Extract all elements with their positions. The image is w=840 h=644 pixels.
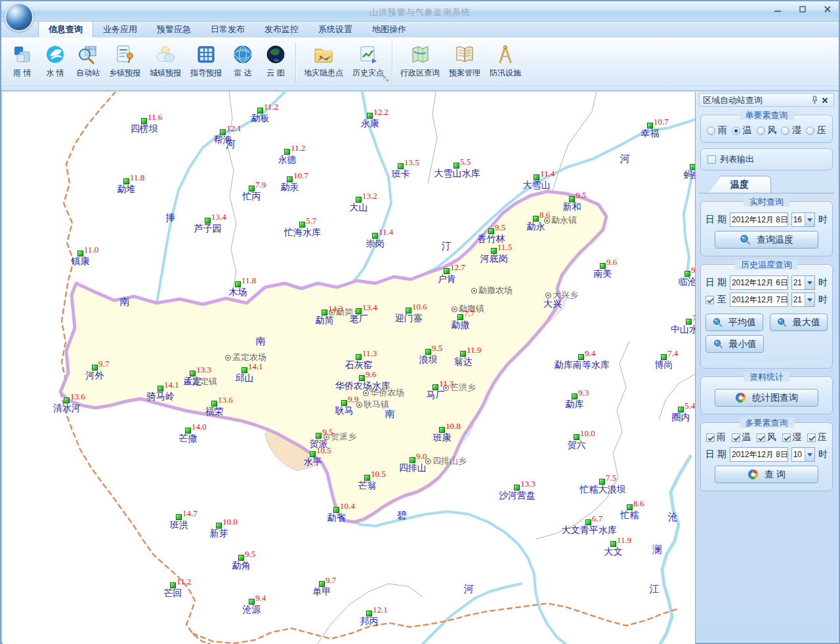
- township-forecast-button[interactable]: 乡镇预报: [104, 40, 145, 80]
- tab-business-app[interactable]: 业务应用: [93, 21, 147, 37]
- group-dialog-launcher-icon[interactable]: [383, 73, 389, 85]
- station-value: 13.6: [70, 392, 85, 402]
- checkbox[interactable]: [807, 433, 816, 442]
- radio-option[interactable]: 温: [732, 125, 752, 136]
- pie-chart-icon: [735, 392, 746, 403]
- query-panel: 区域自动站查询 单要素查询 雨温风湿压 列表输出 温度: [696, 92, 837, 641]
- checkbox[interactable]: [782, 433, 791, 442]
- station-value: 14.1: [164, 380, 179, 390]
- tool-label: 自动站: [76, 68, 100, 79]
- auto-station-button[interactable]: 自动站: [72, 40, 104, 80]
- tab-publish-monitor[interactable]: 发布监控: [255, 21, 308, 37]
- list-output-checkbox[interactable]: [707, 155, 716, 164]
- chevron-down-icon[interactable]: [805, 213, 814, 226]
- tab-info-query[interactable]: 信息查询: [38, 20, 93, 37]
- tab-map-operation[interactable]: 地图操作: [362, 21, 416, 37]
- multi-hour-select[interactable]: 10: [791, 447, 815, 462]
- radio-option[interactable]: 风: [757, 125, 777, 136]
- multi-date-select[interactable]: 2012年12月 8日: [730, 447, 788, 462]
- checkbox-option[interactable]: 湿: [782, 432, 802, 443]
- maximize-button[interactable]: [795, 4, 810, 14]
- history-to-label: 至: [717, 294, 726, 306]
- folder-icon: [312, 43, 335, 66]
- checkbox-option[interactable]: 温: [732, 432, 751, 443]
- flood-facilities-button[interactable]: 防汛设施: [485, 40, 526, 80]
- station-name: 蚂蚁: [684, 169, 696, 181]
- app-logo-icon[interactable]: [5, 3, 33, 31]
- history-disaster-points-button[interactable]: 历史灾点: [348, 40, 388, 80]
- radio-option[interactable]: 雨: [707, 125, 727, 136]
- station-value: 7.5: [606, 473, 616, 483]
- checkbox[interactable]: [706, 433, 715, 442]
- station-value: 14.1: [248, 361, 263, 372]
- cloud-image-button[interactable]: 云 图: [259, 40, 292, 80]
- station-value: 10.7: [654, 117, 669, 127]
- tab-temperature[interactable]: 温度: [708, 176, 771, 193]
- history-start-date-select[interactable]: 2012年12月 6日: [730, 275, 788, 290]
- cloud-icon: [154, 43, 177, 66]
- realtime-date-select[interactable]: 2012年12月 8日: [730, 212, 788, 227]
- list-output-row[interactable]: 列表输出: [700, 148, 833, 171]
- station-value: 11.5: [497, 242, 512, 252]
- minimize-button[interactable]: [770, 4, 785, 14]
- station-name: 永德: [278, 154, 297, 166]
- checkbox-option[interactable]: 雨: [706, 432, 726, 443]
- radio-button[interactable]: [707, 127, 715, 135]
- station-value: 9.3: [578, 388, 589, 398]
- realtime-hour-select[interactable]: 16: [791, 212, 815, 227]
- station-name: 勐省: [327, 512, 346, 524]
- tab-system-settings[interactable]: 系统设置: [308, 21, 362, 37]
- radio-option[interactable]: 湿: [781, 125, 801, 136]
- app-window: 山洪预警与气象监测系统 信息查询业务应用预警应急日常发布发布监控系统设置地图操作…: [0, 0, 840, 644]
- multi-query-button[interactable]: 查 询: [715, 466, 818, 483]
- water-icon: [43, 43, 67, 66]
- radar-button[interactable]: 雷 达: [226, 40, 259, 80]
- radio-button[interactable]: [781, 127, 789, 135]
- multi-date-label: 日 期: [705, 449, 726, 460]
- radio-button[interactable]: [806, 127, 814, 135]
- min-value-button[interactable]: 最小值: [705, 335, 764, 353]
- station-name: 单甲: [313, 586, 331, 598]
- water-info-button[interactable]: 水 情: [39, 40, 72, 80]
- statistics-chart-button[interactable]: 统计图查询: [715, 389, 818, 407]
- tab-warning-emergency[interactable]: 预警应急: [147, 21, 201, 37]
- chevron-down-icon[interactable]: [805, 293, 814, 306]
- chevron-down-icon[interactable]: [805, 276, 814, 289]
- station-value: 14.0: [192, 422, 207, 432]
- station-value: 9.6: [366, 369, 376, 380]
- radio-button[interactable]: [757, 127, 765, 135]
- window-title: 山洪预警与气象监测系统: [1, 7, 839, 18]
- station-value: 7.4: [667, 348, 678, 359]
- station-name: 忙海水库: [284, 227, 321, 239]
- pin-icon[interactable]: [809, 95, 820, 106]
- checkbox[interactable]: [732, 433, 740, 442]
- township-icon: [113, 43, 136, 66]
- chevron-down-icon[interactable]: [805, 448, 814, 461]
- history-to-checkbox[interactable]: [705, 296, 714, 304]
- toolbar-group-3: 行政区查询预案管理防汛设施: [394, 39, 528, 86]
- checkbox-option[interactable]: 压: [807, 432, 827, 443]
- admin-region-query-button[interactable]: 行政区查询: [396, 40, 444, 80]
- rain-info-button[interactable]: 雨 情: [6, 40, 39, 80]
- list-output-label: 列表输出: [720, 153, 754, 165]
- query-temperature-button[interactable]: 查询温度: [715, 231, 818, 249]
- plan-management-button[interactable]: 预案管理: [444, 40, 485, 80]
- checkbox-option[interactable]: 风: [757, 432, 776, 443]
- checkbox[interactable]: [757, 433, 765, 442]
- panel-close-icon[interactable]: [820, 95, 830, 106]
- radio-option[interactable]: 压: [806, 125, 826, 136]
- town-forecast-button[interactable]: 城镇预报: [145, 40, 186, 80]
- radio-button[interactable]: [732, 127, 740, 135]
- geo-hazard-points-button[interactable]: 地灾隐患点: [299, 40, 348, 80]
- history-end-date-select[interactable]: 2012年12月 7日: [730, 292, 788, 307]
- max-value-button[interactable]: 最大值: [770, 313, 828, 331]
- history-start-hour-select[interactable]: 21: [791, 275, 815, 290]
- close-button[interactable]: [820, 4, 835, 14]
- map-canvas[interactable]: 勐永镇勐撒农场勐撒镇勐简乡大兴乡孟定农场孟定镇华侨农场芒洪乡耿马镇贺派乡四排山乡…: [3, 92, 696, 644]
- station-name: 华侨农场水库: [335, 380, 390, 392]
- tab-daily-publish[interactable]: 日常发布: [201, 21, 255, 37]
- guide-forecast-button[interactable]: 指导预报: [186, 40, 226, 80]
- average-value-button[interactable]: 平均值: [705, 313, 763, 331]
- history-end-hour-select[interactable]: 21: [791, 292, 815, 307]
- checkbox-label: 雨: [717, 432, 726, 443]
